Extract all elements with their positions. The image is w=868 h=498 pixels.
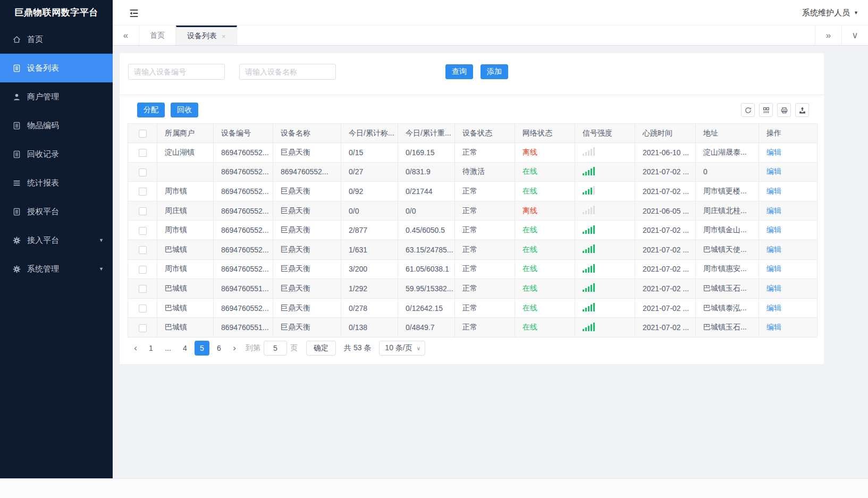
cell-device-name: 巨鼎天衡 <box>273 221 341 240</box>
page-size-select[interactable]: 10 条/页 ∨ <box>379 341 425 356</box>
cell-address: 周市镇金山... <box>696 221 759 240</box>
sidebar-item-merchant-manage[interactable]: 商户管理 <box>0 82 113 111</box>
edit-link[interactable]: 编辑 <box>766 264 781 273</box>
columns-icon[interactable] <box>759 103 773 117</box>
cell-network-status: 在线 <box>515 318 575 337</box>
table-tools <box>741 103 809 117</box>
tab-device-list[interactable]: 设备列表× <box>176 26 237 45</box>
edit-link[interactable]: 编辑 <box>766 284 781 292</box>
edit-link[interactable]: 编辑 <box>766 245 781 254</box>
cell-address: 巴城镇玉石... <box>696 318 759 337</box>
page-button-1[interactable]: 1 <box>144 341 158 356</box>
cell-signal <box>575 221 635 240</box>
row-checkbox[interactable] <box>139 305 147 313</box>
add-button[interactable]: 添加 <box>481 64 508 79</box>
close-tab-icon[interactable]: × <box>222 32 226 40</box>
search-row: 查询 添加 <box>128 64 508 80</box>
prev-page-button[interactable]: ‹ <box>128 341 144 356</box>
cell-today-count: 0/278 <box>341 298 398 318</box>
edit-link[interactable]: 编辑 <box>766 187 781 195</box>
cell-device-name: 巨鼎天衡 <box>273 259 341 279</box>
edit-link[interactable]: 编辑 <box>766 323 781 331</box>
edit-link[interactable]: 编辑 <box>766 148 781 156</box>
tabs-scroll-right-button[interactable]: » <box>815 26 841 45</box>
print-icon[interactable] <box>777 103 791 117</box>
recycle-button[interactable]: 回收 <box>171 103 198 117</box>
cell-today-count: 1/292 <box>341 279 398 299</box>
cell-today-count: 0/15 <box>341 143 398 163</box>
page-button-4[interactable]: 4 <box>178 341 192 356</box>
cell-device-status: 正常 <box>455 201 515 221</box>
tabs-scroll-left-button[interactable]: « <box>113 26 139 45</box>
column-header: 网络状态 <box>515 124 575 143</box>
cell-signal <box>575 318 635 337</box>
page-button-5[interactable]: 5 <box>195 341 209 356</box>
column-header: 今日/累计称... <box>341 124 398 143</box>
collapse-sidebar-icon[interactable] <box>128 7 140 18</box>
cell-today-weight: 0/831.9 <box>398 162 455 182</box>
table-row: 巴城镇 8694760551... 巨鼎天衡 0/138 0/4849.7 正常… <box>128 318 818 337</box>
assign-button[interactable]: 分配 <box>137 103 165 117</box>
tabs-dropdown-button[interactable]: ∨ <box>841 26 868 45</box>
cell-device-name: 巨鼎天衡 <box>273 318 341 337</box>
device-no-input[interactable] <box>128 64 225 80</box>
column-header: 信号强度 <box>575 124 635 143</box>
cell-device-no: 8694760552... <box>214 143 273 163</box>
column-header: 地址 <box>696 124 759 143</box>
cell-today-weight: 0/12642.15 <box>398 298 455 318</box>
signal-strength-icon <box>583 244 595 253</box>
user-menu[interactable]: 系统维护人员 ▼ <box>802 0 858 26</box>
sidebar-item-home[interactable]: 首页 <box>0 25 113 54</box>
refresh-icon[interactable] <box>741 103 755 117</box>
total-count-label: 共 53 条 <box>344 343 371 353</box>
table-row: 巴城镇 8694760552... 巨鼎天衡 0/278 0/12642.15 … <box>128 298 818 318</box>
chevron-down-icon: ▼ <box>99 238 104 243</box>
cell-device-no: 8694760552... <box>214 182 273 201</box>
query-button[interactable]: 查询 <box>445 64 473 79</box>
row-checkbox[interactable] <box>139 285 147 293</box>
sidebar-item-item-code[interactable]: 物品编码 <box>0 111 113 140</box>
confirm-jump-button[interactable]: 确定 <box>306 341 336 356</box>
sidebar-item-authorize[interactable]: 授权平台 <box>0 197 113 226</box>
cell-device-no: 8694760552... <box>214 240 273 259</box>
row-checkbox[interactable] <box>139 149 147 157</box>
sidebar-item-recycle-record[interactable]: 回收记录 <box>0 140 113 168</box>
row-checkbox[interactable] <box>139 188 147 196</box>
table-toolbar: 分配 回收 <box>137 103 198 117</box>
select-all-checkbox[interactable] <box>139 130 147 138</box>
page-size-value: 10 条/页 <box>385 343 412 353</box>
row-checkbox[interactable] <box>139 266 147 274</box>
cell-network-status: 在线 <box>515 298 575 318</box>
edit-link[interactable]: 编辑 <box>766 303 781 312</box>
cell-merchant: 巴城镇 <box>157 240 214 259</box>
row-checkbox[interactable] <box>139 324 147 332</box>
cell-today-weight: 0/4849.7 <box>398 318 455 337</box>
cell-device-no: 8694760551... <box>214 318 273 337</box>
tab-home[interactable]: 首页 <box>139 26 176 45</box>
cell-device-name: 8694760552... <box>273 162 341 182</box>
sidebar-item-system-manage[interactable]: 系统管理 ▼ <box>0 255 113 283</box>
cell-merchant: 巴城镇 <box>157 298 214 318</box>
edit-link[interactable]: 编辑 <box>766 167 781 175</box>
row-checkbox[interactable] <box>139 227 147 235</box>
sidebar-item-access-platform[interactable]: 接入平台 ▼ <box>0 226 113 255</box>
cell-today-count: 2/877 <box>341 221 398 240</box>
column-header: 所属商户 <box>157 124 214 143</box>
row-checkbox[interactable] <box>139 246 147 254</box>
next-page-button[interactable]: › <box>226 341 242 356</box>
device-name-input[interactable] <box>239 64 336 80</box>
row-checkbox[interactable] <box>139 168 147 176</box>
page-ellipsis[interactable]: ... <box>161 341 175 356</box>
edit-link[interactable]: 编辑 <box>766 206 781 215</box>
cell-merchant: 淀山湖镇 <box>157 143 214 163</box>
export-icon[interactable] <box>795 103 809 117</box>
sidebar-item-device-list[interactable]: 设备列表 <box>0 54 113 82</box>
cell-heartbeat: 2021-07-02 ... <box>635 318 696 337</box>
page-button-6[interactable]: 6 <box>212 341 226 356</box>
cell-merchant: 巴城镇 <box>157 318 214 337</box>
edit-link[interactable]: 编辑 <box>766 225 781 234</box>
jump-page-input[interactable] <box>264 341 287 356</box>
sidebar-item-report[interactable]: 统计报表 <box>0 168 113 197</box>
user-name: 系统维护人员 <box>802 8 850 18</box>
row-checkbox[interactable] <box>139 207 147 215</box>
